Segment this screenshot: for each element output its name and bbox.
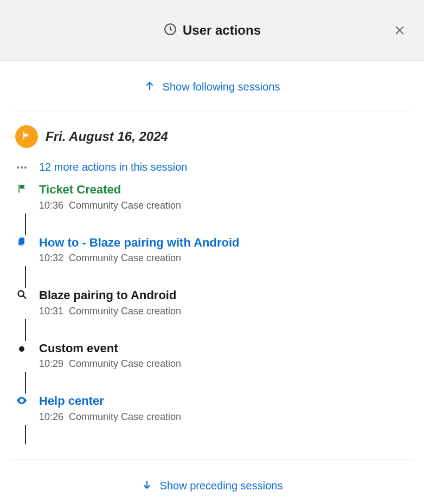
show-following-row: Show following sessions: [0, 61, 424, 112]
connector-line: [25, 266, 26, 288]
arrow-down-icon: [142, 480, 152, 493]
event-title: Ticket Created: [39, 182, 409, 198]
timeline-event: Ticket Created 10:36 Community Case crea…: [15, 182, 409, 214]
event-time: 10:36: [39, 200, 63, 211]
event-subtitle: Community Case creation: [69, 306, 181, 317]
flag-icon: [21, 130, 32, 143]
connector-line: [25, 214, 26, 235]
arrow-up-icon: [144, 80, 155, 93]
more-actions-link[interactable]: 12 more actions in this session: [39, 161, 187, 173]
svg-point-3: [24, 166, 27, 168]
session-block: Fri. August 16, 2024 12 more actions in …: [0, 112, 424, 460]
event-meta: 10:32 Community Case creation: [39, 253, 409, 264]
event-time: 10:31: [39, 306, 63, 317]
timeline-event: Blaze pairing to Android 10:31 Community…: [15, 288, 409, 319]
session-date: Fri. August 16, 2024: [46, 129, 168, 144]
connector: [15, 372, 409, 393]
connector: [15, 425, 409, 444]
connector: [15, 319, 409, 341]
document-icon: [16, 236, 27, 249]
more-dots-icon: [15, 166, 28, 169]
event-subtitle: Community Case creation: [69, 200, 181, 211]
header-title-wrap: User actions: [163, 22, 261, 38]
timeline-event: How to - Blaze pairing with Android 10:3…: [15, 235, 409, 267]
event-time: 10:32: [39, 253, 63, 264]
timeline-event: Custom event 10:29 Community Case creati…: [15, 341, 409, 372]
event-icon-col: [15, 393, 28, 409]
session-flag-badge: [15, 125, 38, 148]
session-date-row: Fri. August 16, 2024: [15, 125, 409, 148]
event-title: Blaze pairing to Android: [39, 288, 409, 303]
show-preceding-link[interactable]: Show preceding sessions: [160, 480, 283, 492]
clock-icon: [163, 22, 177, 38]
panel-title: User actions: [183, 23, 261, 38]
svg-point-5: [21, 400, 23, 402]
close-icon: [394, 24, 406, 36]
panel-header: User actions: [0, 0, 424, 61]
connector: [15, 266, 409, 288]
svg-point-1: [17, 166, 19, 168]
event-meta: 10:31 Community Case creation: [39, 306, 409, 317]
timeline-event: Help center 10:26 Community Case creatio…: [15, 393, 409, 425]
connector: [15, 214, 409, 235]
event-icon-col: [15, 235, 28, 249]
event-subtitle: Community Case creation: [69, 411, 181, 423]
event-meta: 10:36 Community Case creation: [39, 200, 409, 211]
event-title-link[interactable]: Help center: [39, 393, 409, 409]
event-icon-col: [15, 288, 28, 302]
event-meta: 10:26 Community Case creation: [39, 411, 409, 423]
event-title: Custom event: [39, 341, 409, 357]
event-subtitle: Community Case creation: [69, 358, 181, 370]
event-icon-col: [15, 182, 28, 196]
timeline: Ticket Created 10:36 Community Case crea…: [15, 182, 409, 444]
close-button[interactable]: [390, 21, 409, 40]
event-time: 10:26: [39, 411, 63, 423]
flag-icon: [16, 183, 27, 196]
connector-line: [25, 319, 26, 341]
event-time: 10:29: [39, 358, 63, 370]
search-icon: [16, 289, 28, 302]
svg-point-2: [21, 166, 23, 168]
eye-icon: [16, 395, 28, 409]
dot-icon: [19, 346, 24, 352]
event-icon-col: [15, 341, 28, 352]
connector-line: [25, 372, 26, 393]
show-preceding-row: Show preceding sessions: [0, 460, 424, 498]
connector-line: [25, 425, 26, 444]
event-subtitle: Community Case creation: [69, 253, 181, 264]
event-title-link[interactable]: How to - Blaze pairing with Android: [39, 235, 409, 251]
event-meta: 10:29 Community Case creation: [39, 358, 409, 370]
more-actions-row: 12 more actions in this session: [15, 161, 409, 173]
show-following-link[interactable]: Show following sessions: [163, 81, 280, 93]
